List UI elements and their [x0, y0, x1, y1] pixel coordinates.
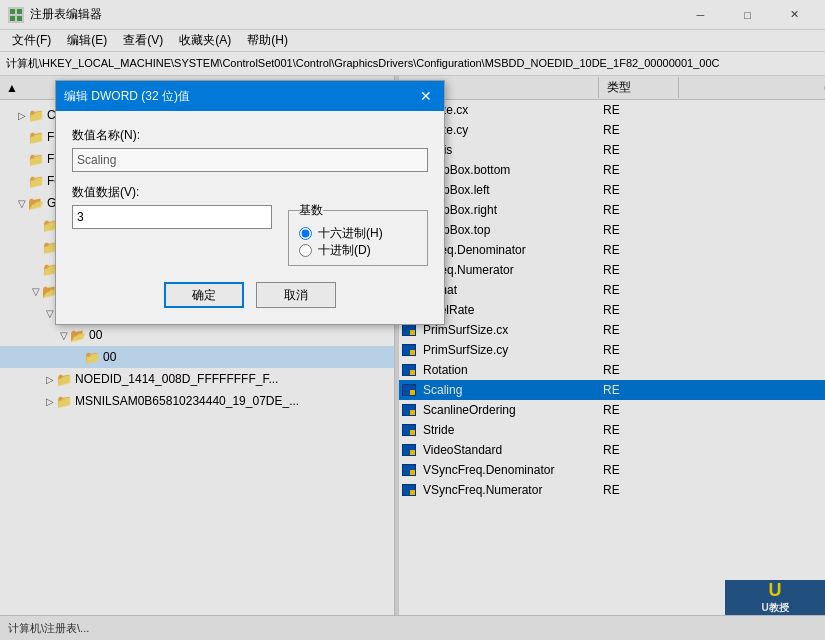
- hex-radio[interactable]: [299, 227, 312, 240]
- base-group: 基数 十六进制(H) 十进制(D): [288, 184, 428, 266]
- name-input[interactable]: [72, 148, 428, 172]
- data-label: 数值数据(V):: [72, 184, 272, 201]
- value-base-row: 数值数据(V): 基数 十六进制(H) 十进制(D): [72, 184, 428, 266]
- base-legend: 基数: [299, 202, 323, 219]
- dialog-title: 编辑 DWORD (32 位)值: [64, 88, 190, 105]
- dec-radio[interactable]: [299, 244, 312, 257]
- data-input[interactable]: [72, 205, 272, 229]
- value-group: 数值数据(V):: [72, 184, 272, 266]
- hex-option[interactable]: 十六进制(H): [299, 225, 417, 242]
- dialog-buttons: 确定 取消: [72, 282, 428, 308]
- cancel-button[interactable]: 取消: [256, 282, 336, 308]
- dialog-overlay: 编辑 DWORD (32 位)值 ✕ 数值名称(N): 数值数据(V): 基数: [0, 0, 825, 640]
- hex-label: 十六进制(H): [318, 225, 383, 242]
- dec-option[interactable]: 十进制(D): [299, 242, 417, 259]
- dialog-body: 数值名称(N): 数值数据(V): 基数 十六进制(H): [56, 111, 444, 324]
- name-label: 数值名称(N):: [72, 127, 428, 144]
- dialog-close-button[interactable]: ✕: [416, 86, 436, 106]
- dialog-title-bar: 编辑 DWORD (32 位)值 ✕: [56, 81, 444, 111]
- edit-dword-dialog: 编辑 DWORD (32 位)值 ✕ 数值名称(N): 数值数据(V): 基数: [55, 80, 445, 325]
- ok-button[interactable]: 确定: [164, 282, 244, 308]
- dec-label: 十进制(D): [318, 242, 371, 259]
